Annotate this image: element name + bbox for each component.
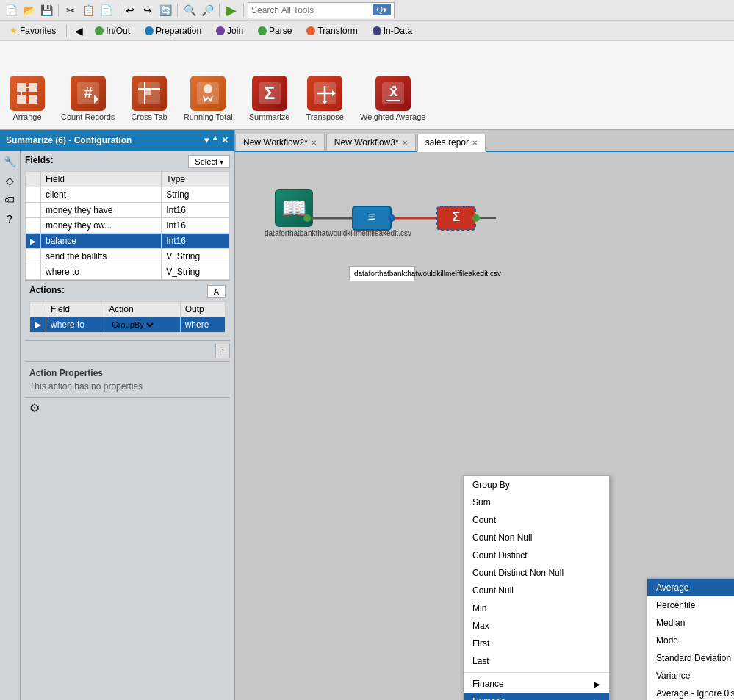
field-name: client [41, 187, 162, 203]
fields-label: Fields: [25, 155, 54, 165]
fields-row[interactable]: ▶ balance Int16 [26, 234, 230, 249]
tab-sales-report[interactable]: sales repor ✕ [417, 134, 486, 152]
tool-weighted-average[interactable]: x̄ Weighted Average [356, 72, 430, 126]
fields-row[interactable]: money they ow... Int16 [26, 218, 230, 234]
sep2 [118, 4, 118, 17]
tab-workflow2-close[interactable]: ✕ [311, 139, 317, 147]
copy-icon[interactable]: 📋 [80, 2, 96, 18]
nav-inout[interactable]: In/Out [88, 23, 137, 39]
actions-select-button[interactable]: A [207, 285, 226, 298]
context-menu-item[interactable]: Count [464, 511, 609, 529]
sidebar-tag-icon[interactable]: 🏷 [1, 192, 18, 208]
nav-indata[interactable]: In-Data [366, 23, 419, 39]
submenu-item-label: Variance [656, 671, 690, 681]
tab-workflow2[interactable]: New Workflow2* ✕ [235, 134, 325, 151]
refresh-icon[interactable]: 🔄 [157, 2, 173, 18]
tool-arrange[interactable]: Arrange [6, 72, 48, 126]
workflow-area[interactable]: 📖 dataforthatbankthatwouldkillmeiffileak… [235, 152, 734, 431]
search-button[interactable]: Q▾ [373, 4, 391, 15]
undo-icon[interactable]: ↩ [122, 2, 138, 18]
context-menu-item[interactable]: Finance▶ [464, 675, 609, 693]
context-menu-item[interactable]: Last [464, 652, 609, 670]
cut-icon[interactable]: ✂ [62, 2, 79, 18]
context-menu-item[interactable]: Sum [464, 494, 609, 511]
nav-sep1 [66, 24, 67, 37]
tab-workflow3-close[interactable]: ✕ [402, 139, 408, 147]
tool-summarize[interactable]: Σ Summarize [245, 72, 294, 126]
svg-text:Σ: Σ [453, 209, 461, 224]
tool-transpose[interactable]: Transpose [302, 72, 348, 126]
close-icon[interactable]: ✕ [221, 135, 229, 145]
context-submenu-item[interactable]: Mode [647, 632, 734, 649]
context-submenu-item[interactable]: Median [647, 614, 734, 632]
new-icon[interactable]: 📄 [3, 2, 19, 18]
nav-preparation[interactable]: Preparation [138, 23, 208, 39]
action-type[interactable]: GroupBy [104, 317, 180, 333]
svg-rect-12 [145, 90, 151, 95]
context-submenu-item[interactable]: Average - Ignore 0's [647, 685, 734, 700]
context-submenu-item[interactable]: Variance [647, 667, 734, 685]
field-name: balance [41, 234, 162, 249]
actions-row[interactable]: ▶ where to GroupBy where [30, 317, 226, 333]
zoom-out-icon[interactable]: 🔎 [199, 2, 215, 18]
fields-row[interactable]: where to V_String [26, 264, 230, 280]
field-name: where to [41, 264, 162, 280]
nav-favorites-label: Favorites [20, 26, 56, 36]
main-area: Summarize (6) - Configuration ▾ ⁴ ✕ 🔧 ◇ … [0, 130, 734, 700]
save-icon[interactable]: 💾 [38, 2, 54, 18]
context-menu-secondary: AveragePercentileMedianModeStandard Devi… [647, 578, 734, 700]
run-icon[interactable]: ▶ [223, 2, 240, 18]
context-menu-item[interactable]: First [464, 635, 609, 652]
nav-favorites[interactable]: ★ Favorites [3, 23, 62, 39]
col-field-header: Field [41, 172, 162, 187]
search-input[interactable] [251, 5, 373, 15]
datasource-filename: dataforthatbankthatwouldkillmeiffileaked… [349, 266, 415, 281]
tab-workflow3[interactable]: New Workflow3* ✕ [326, 134, 416, 151]
nav-back-icon[interactable]: ◀ [71, 23, 87, 39]
redo-icon[interactable]: ↪ [140, 2, 156, 18]
context-menu-item[interactable]: Count Non Null [464, 529, 609, 546]
tool-count-records[interactable]: # Count Records [57, 72, 118, 126]
sidebar-help-icon[interactable]: ? [1, 211, 18, 227]
field-type: Int16 [162, 203, 230, 218]
sidebar-diamond-icon[interactable]: ◇ [1, 173, 18, 189]
fields-tbody: client String money they have Int16 mone… [26, 187, 230, 280]
field-type: String [162, 187, 230, 203]
move-up-button[interactable]: ↑ [215, 344, 230, 358]
nav-join[interactable]: Join [209, 23, 250, 39]
fields-row[interactable]: send the bailiffs V_String [26, 249, 230, 264]
submenu-arrow-icon: ▶ [594, 698, 600, 701]
svg-text:Σ: Σ [264, 83, 274, 103]
nav-transform[interactable]: Transform [300, 23, 364, 39]
context-menu-item[interactable]: Count Distinct Non Null [464, 564, 609, 582]
nav-parse[interactable]: Parse [251, 23, 298, 39]
tool-cross-tab[interactable]: Cross Tab [127, 72, 170, 126]
context-menu-item[interactable]: Numeric▶ [464, 693, 609, 700]
context-menu-item[interactable]: Group By [464, 476, 609, 494]
context-menu-primary: Group BySumCountCount Non NullCount Dist… [463, 475, 610, 700]
context-menu-item[interactable]: Count Null [464, 582, 609, 599]
config-title: Summarize (6) - Configuration [6, 135, 132, 145]
tool-running-total[interactable]: Running Total [180, 72, 237, 126]
context-menu-item[interactable]: Count Distinct [464, 546, 609, 564]
sidebar-tool-icon[interactable]: 🔧 [1, 154, 18, 170]
paste-icon[interactable]: 📄 [98, 2, 114, 18]
fields-row[interactable]: money they have Int16 [26, 203, 230, 218]
context-menu-item[interactable]: Min [464, 599, 609, 617]
context-submenu-item[interactable]: Average [647, 579, 734, 596]
open-icon[interactable]: 📂 [21, 2, 37, 18]
nav-bar: ★ Favorites ◀ In/Out Preparation Join Pa… [0, 21, 734, 41]
action-field: where to [46, 317, 104, 333]
zoom-in-icon[interactable]: 🔍 [181, 2, 198, 18]
gear-icon[interactable]: ⚙ [29, 401, 40, 415]
context-menu-item[interactable]: Max [464, 617, 609, 635]
select-button[interactable]: Select ▾ [188, 155, 230, 168]
field-type: Int16 [162, 234, 230, 249]
menu-item-label: Last [472, 656, 489, 666]
tab-sales-close[interactable]: ✕ [472, 139, 478, 147]
context-submenu-item[interactable]: Standard Deviation [647, 649, 734, 667]
actions-col-field: Field [46, 302, 104, 317]
menu-item-label: Group By [472, 480, 510, 490]
fields-row[interactable]: client String [26, 187, 230, 203]
context-submenu-item[interactable]: Percentile [647, 596, 734, 614]
